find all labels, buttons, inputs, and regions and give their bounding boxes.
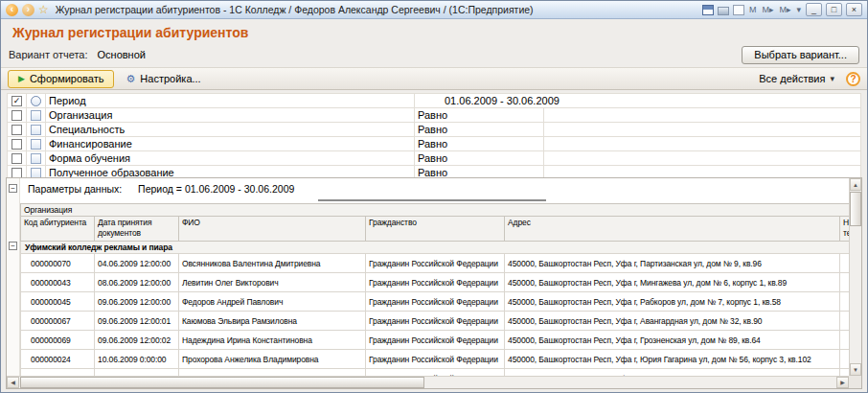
cell-code[interactable]: 000000… <box>21 369 95 377</box>
cell-phone[interactable] <box>840 369 850 377</box>
save-icon[interactable] <box>702 5 714 15</box>
cell-fio[interactable]: Каюмова Эльвира Рамзиловна <box>179 312 366 331</box>
filter-checkbox[interactable] <box>11 153 22 164</box>
filter-value-cell[interactable]: 01.06.2009 - 30.06.2009 <box>415 94 861 108</box>
titlebar-menu-icon[interactable]: M▸ <box>761 5 774 14</box>
filter-name[interactable]: Период <box>46 94 415 108</box>
cell-address[interactable]: 450000, Башкортостан Респ, Уфа г, Юрия Г… <box>505 350 840 369</box>
cell-code[interactable]: 000000069 <box>21 331 95 350</box>
filter-name[interactable]: Организация <box>46 108 415 123</box>
cell-phone[interactable] <box>840 312 850 331</box>
cell-citizenship[interactable]: Гражданин Российской Федерации <box>366 312 505 331</box>
table-row[interactable]: 000000070 04.06.2009 12:00:00 Овсянников… <box>21 254 850 273</box>
horizontal-scrollbar[interactable]: ◀ ▶ <box>7 376 849 388</box>
settings-button[interactable]: ⚙ Настройка... <box>119 70 207 88</box>
cell-citizenship[interactable]: Гражданин Российской Федерации <box>366 292 505 312</box>
cell-phone[interactable] <box>840 254 850 273</box>
filter-row-organization[interactable]: Организация Равно <box>8 108 861 123</box>
cell-phone[interactable] <box>840 350 850 369</box>
cell-fio[interactable]: … <box>179 369 366 377</box>
cell-phone[interactable] <box>840 331 850 350</box>
table-row[interactable]: 000000045 09.06.2009 12:00:00 Федоров Ан… <box>21 292 850 312</box>
print-preview-icon[interactable] <box>733 5 744 15</box>
choose-variant-button[interactable]: Выбрать вариант... <box>742 46 859 64</box>
filter-value-cell[interactable] <box>544 108 861 123</box>
filter-condition[interactable]: Равно <box>415 151 544 166</box>
horizontal-scroll-thumb[interactable] <box>20 377 424 388</box>
close-button[interactable]: × <box>846 3 862 16</box>
filter-name[interactable]: Финансирование <box>46 137 415 151</box>
cell-citizenship[interactable]: Гражданин Российской Федерации <box>366 350 505 369</box>
cell-address[interactable]: 450000, Башкортостан Респ, Уфа г, Рабкор… <box>505 292 840 312</box>
cell-phone[interactable] <box>840 273 850 292</box>
cell-citizenship[interactable]: Гражданин Российской Федерации <box>366 331 505 350</box>
cell-fio[interactable]: Федоров Андрей Павлович <box>179 292 366 312</box>
cell-date[interactable]: 10.06.2009 … <box>95 369 179 377</box>
cell-fio[interactable]: Овсянникова Валентина Дмитриевна <box>179 254 366 273</box>
group-row[interactable]: Уфимский колледж рекламы и пиара <box>21 242 850 254</box>
table-row-partial[interactable]: 000000… 10.06.2009 … … Гражданин Российс… <box>21 369 850 377</box>
help-icon[interactable]: ? <box>846 72 860 86</box>
section-splitter[interactable] <box>318 199 546 201</box>
filter-checkbox[interactable] <box>11 139 22 150</box>
title-bar[interactable]: ‹ › ☆ Журнал регистрации абитуриентов - … <box>1 1 867 19</box>
titlebar-menu-chevron-icon[interactable]: ▾ <box>795 5 802 14</box>
filter-row-specialty[interactable]: Специальность Равно <box>8 123 861 137</box>
cell-citizenship[interactable]: Гражданин Российской Федерации <box>366 254 505 273</box>
cell-address[interactable]: 450000, Башкортостан Респ, Уфа г, … <box>505 369 840 377</box>
filter-name[interactable]: Специальность <box>46 123 415 137</box>
cell-fio[interactable]: Надеждина Ирина Константиновна <box>179 331 366 350</box>
cell-date[interactable]: 09.06.2009 12:00:01 <box>95 312 179 331</box>
table-row[interactable]: 000000069 09.06.2009 12:00:02 Надеждина … <box>21 331 850 350</box>
cell-citizenship[interactable]: Гражданин Российской Федерации <box>366 273 505 292</box>
period-value[interactable]: 01.06.2009 - 30.06.2009 <box>445 95 560 106</box>
table-row[interactable]: 000000024 10.06.2009 0:00:00 Прохорова А… <box>21 350 850 369</box>
cell-fio[interactable]: Левитин Олег Викторович <box>179 273 366 292</box>
vertical-scroll-thumb[interactable] <box>850 192 861 226</box>
filter-name[interactable]: Форма обучения <box>46 151 415 166</box>
cell-code[interactable]: 000000045 <box>21 292 95 312</box>
collapse-group-button[interactable]: − <box>9 184 17 193</box>
cell-date[interactable]: 09.06.2009 12:00:02 <box>95 331 179 350</box>
cell-code[interactable]: 000000067 <box>21 312 95 331</box>
scroll-right-icon[interactable]: ▶ <box>836 377 849 388</box>
cell-address[interactable]: 450000, Башкортостан Респ, Уфа г, Мингаж… <box>505 273 840 292</box>
filter-row-study-form[interactable]: Форма обучения Равно <box>8 151 861 166</box>
filter-value-cell[interactable] <box>544 123 861 137</box>
cell-address[interactable]: 450000, Башкортостан Респ, Уфа г, Аванга… <box>505 312 840 331</box>
cell-code[interactable]: 000000024 <box>21 350 95 369</box>
cell-date[interactable]: 09.06.2009 12:00:00 <box>95 292 179 312</box>
cell-address[interactable]: 450000, Башкортостан Респ, Уфа г, Партиз… <box>505 254 840 273</box>
filter-checkbox[interactable]: ✓ <box>11 96 22 106</box>
forward-icon[interactable]: › <box>22 4 34 16</box>
cell-code[interactable]: 000000070 <box>21 254 95 273</box>
filter-value-cell[interactable] <box>544 137 861 151</box>
variant-value-field[interactable]: Основной <box>94 47 737 62</box>
scroll-left-icon[interactable]: ◀ <box>7 377 19 388</box>
cell-date[interactable]: 10.06.2009 0:00:00 <box>95 350 179 369</box>
table-row[interactable]: 000000067 09.06.2009 12:00:01 Каюмова Эл… <box>21 312 850 331</box>
collapse-group-button[interactable]: − <box>9 242 17 250</box>
cell-citizenship[interactable]: Гражданин Российской Фед… <box>366 369 505 377</box>
filter-row-financing[interactable]: Финансирование Равно <box>8 137 861 151</box>
titlebar-menu-icon[interactable]: M▸ <box>778 5 791 14</box>
filter-condition[interactable]: Равно <box>415 137 544 151</box>
cell-phone[interactable] <box>840 292 850 312</box>
titlebar-menu-icon[interactable]: M <box>748 5 758 14</box>
cell-fio[interactable]: Прохорова Анжелика Владимировна <box>179 350 366 369</box>
scroll-up-icon[interactable]: ▲ <box>850 178 861 191</box>
cell-code[interactable]: 000000043 <box>21 273 95 292</box>
filter-row-period[interactable]: ✓ Период 01.06.2009 - 30.06.2009 <box>8 94 861 108</box>
filter-condition[interactable]: Равно <box>415 108 544 123</box>
cell-date[interactable]: 08.06.2009 12:00:00 <box>95 273 179 292</box>
back-icon[interactable]: ‹ <box>6 4 18 16</box>
minimize-button[interactable]: _ <box>806 3 822 16</box>
table-row[interactable]: 000000043 08.06.2009 12:00:00 Левитин Ол… <box>21 273 850 292</box>
filter-value-cell[interactable] <box>544 151 861 166</box>
cell-date[interactable]: 04.06.2009 12:00:00 <box>95 254 179 273</box>
generate-button[interactable]: ▶ Сформировать <box>8 70 114 88</box>
filter-condition[interactable]: Равно <box>415 123 544 137</box>
maximize-button[interactable]: □ <box>826 3 842 16</box>
cell-address[interactable]: 450000, Башкортостан Респ, Уфа г, Грозне… <box>505 331 840 350</box>
scroll-down-icon[interactable]: ▼ <box>850 363 861 376</box>
